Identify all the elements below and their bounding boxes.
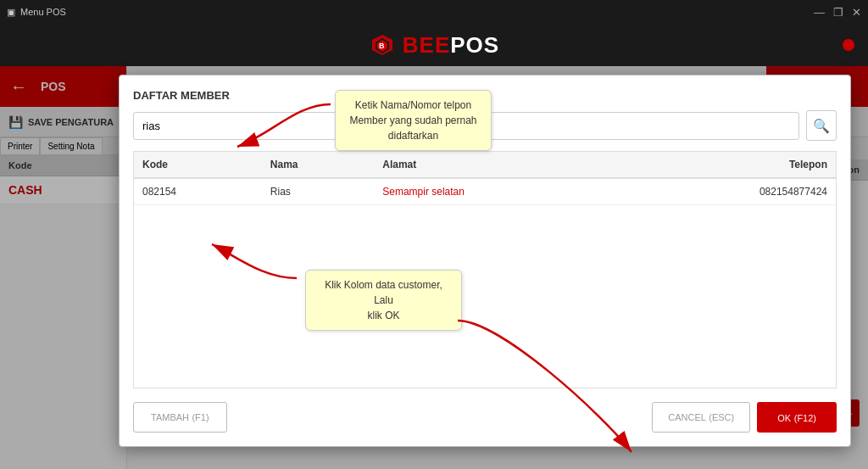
logo-text: BEEPOS (403, 32, 499, 59)
member-table-wrapper: Kode Nama Alamat Telepon 082154 Rias Sem… (133, 151, 837, 388)
search-icon: 🔍 (813, 118, 830, 134)
window-controls: — ❐ ✕ (814, 7, 861, 18)
tooltip-click-hint: Klik Kolom data customer, Lalu klik OK (305, 270, 462, 331)
tambah-button[interactable]: TAMBAH (F1) (133, 402, 227, 433)
cell-kode: 082154 (134, 178, 262, 205)
tooltip-click-text: Klik Kolom data customer, Lalu klik OK (325, 279, 442, 321)
search-button[interactable]: 🔍 (806, 110, 837, 141)
table-header: Kode Nama Alamat Telepon (134, 152, 836, 178)
col-nama: Nama (262, 152, 374, 178)
footer-right-buttons: CANCEL (ESC) OK (F12) (652, 402, 837, 433)
status-dot (843, 39, 854, 51)
cell-nama: Rias (262, 178, 374, 205)
tooltip-search-hint: Ketik Nama/Nomor telpon Member yang suda… (335, 90, 492, 151)
logo: B BEEPOS (369, 31, 499, 59)
close-button[interactable]: ✕ (852, 7, 861, 18)
col-kode: Kode (134, 152, 262, 178)
main-area: ← POS 💾 SAVE PENGATURA Printer Setting N… (0, 66, 868, 469)
cancel-button[interactable]: CANCEL (ESC) (652, 402, 750, 433)
table-row[interactable]: 082154 Rias Semampir selatan 08215487742… (134, 178, 836, 205)
ok-button[interactable]: OK (F12) (757, 402, 837, 433)
cell-alamat: Semampir selatan (374, 178, 622, 205)
ok-shortcut: (F12) (794, 413, 816, 423)
app-title: Menu POS (20, 7, 66, 17)
app-header: B BEEPOS (0, 24, 868, 66)
col-alamat: Alamat (374, 152, 622, 178)
ok-label: OK (777, 413, 791, 423)
cell-telepon: 082154877424 (622, 178, 836, 205)
tambah-label: TAMBAH (151, 412, 189, 422)
tambah-shortcut: (F1) (192, 412, 209, 422)
title-bar-app-name: ▣ Menu POS (7, 7, 66, 18)
logo-icon: B (369, 31, 396, 59)
minimize-button[interactable]: — (814, 7, 825, 18)
cancel-shortcut: (ESC) (709, 412, 734, 422)
app-icon: ▣ (7, 7, 15, 18)
tooltip-search-text: Ketik Nama/Nomor telpon Member yang suda… (349, 99, 476, 142)
modal-footer: TAMBAH (F1) CANCEL (ESC) OK (F12) (133, 399, 837, 433)
member-table: Kode Nama Alamat Telepon 082154 Rias Sem… (134, 152, 836, 205)
col-telepon: Telepon (622, 152, 836, 178)
table-body: 082154 Rias Semampir selatan 08215487742… (134, 178, 836, 205)
title-bar: ▣ Menu POS — ❐ ✕ (0, 0, 868, 24)
svg-text:B: B (379, 42, 385, 50)
maximize-button[interactable]: ❐ (833, 7, 843, 18)
cancel-label: CANCEL (668, 412, 706, 422)
